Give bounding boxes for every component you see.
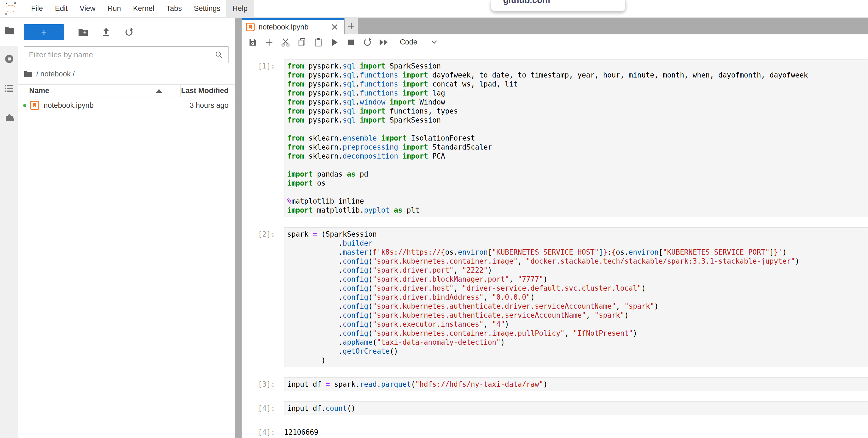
notebook-toolbar: Code — [242, 34, 868, 50]
copy-cells-icon[interactable] — [297, 37, 307, 48]
file-row[interactable]: notebook.ipynb 3 hours ago — [18, 97, 235, 114]
tab-close-icon[interactable] — [330, 22, 340, 32]
new-folder-icon[interactable] — [75, 26, 91, 39]
menu-item-run[interactable]: Run — [101, 0, 127, 18]
output-prompt: [4]: — [258, 426, 281, 437]
paste-cells-icon[interactable] — [314, 37, 323, 48]
menu-item-settings[interactable]: Settings — [188, 0, 227, 18]
new-tab-button[interactable] — [345, 18, 358, 34]
code-cell: [2]:spark = (SparkSession .builder .mast… — [242, 227, 868, 367]
file-browser-panel: + — [18, 18, 235, 438]
column-header-last-modified[interactable]: Last Modified — [181, 87, 228, 95]
home-folder-icon[interactable] — [24, 70, 32, 78]
run-cell-icon[interactable] — [330, 37, 339, 48]
code-cell: [4]:input_df.count() — [242, 402, 868, 415]
chevron-down-icon[interactable] — [430, 37, 439, 48]
cut-cells-icon[interactable] — [281, 37, 290, 48]
notebook-cells: [1]:from pyspark.sql import SparkSession… — [242, 50, 868, 438]
file-browser-toolbar: + — [18, 18, 235, 41]
filter-files-box — [24, 47, 228, 63]
menu-item-help[interactable]: Help — [226, 0, 254, 18]
menu-item-edit[interactable]: Edit — [49, 0, 74, 18]
tab-notebook[interactable]: notebook.ipynb — [242, 18, 344, 34]
input-prompt: [1]: — [258, 59, 281, 217]
main-area: notebook.ipynb — [242, 18, 868, 438]
save-icon[interactable] — [248, 37, 257, 48]
tab-bar: notebook.ipynb — [242, 18, 868, 34]
stop-kernel-icon[interactable] — [346, 37, 355, 48]
file-browser-icon[interactable] — [0, 22, 18, 38]
column-divider — [180, 85, 181, 97]
running-kernels-icon[interactable] — [0, 51, 18, 67]
breadcrumb-path: / notebook / — [36, 70, 75, 78]
file-list-header: Name Last Modified — [18, 84, 235, 97]
dialog-text: github.com — [503, 0, 550, 5]
new-launcher-button[interactable]: + — [24, 24, 64, 40]
extensions-icon[interactable] — [0, 109, 18, 125]
code-cell: [1]:from pyspark.sql import SparkSession… — [242, 59, 868, 217]
cell-editor[interactable]: spark = (SparkSession .builder .master(f… — [284, 227, 868, 367]
restart-run-all-icon[interactable] — [379, 37, 388, 48]
cell-editor[interactable]: input_df = spark.read.parquet("hdfs://hd… — [284, 377, 868, 391]
upload-icon[interactable] — [98, 26, 114, 39]
notebook-file-icon — [30, 101, 39, 110]
app-shell: + — [0, 18, 868, 438]
kernel-running-dot — [23, 104, 26, 107]
tab-label: notebook.ipynb — [258, 23, 308, 31]
input-prompt: [4]: — [258, 402, 281, 415]
table-of-contents-icon[interactable] — [0, 80, 18, 97]
menu-item-file[interactable]: File — [25, 0, 49, 18]
refresh-icon[interactable] — [121, 26, 136, 39]
activity-bar — [0, 18, 18, 438]
menu-item-tabs[interactable]: Tabs — [160, 0, 188, 18]
breadcrumb[interactable]: / notebook / — [24, 70, 235, 78]
truncated-dialog: github.com — [491, 0, 626, 11]
menu-item-kernel[interactable]: Kernel — [127, 0, 160, 18]
sort-ascending-icon — [156, 89, 162, 93]
restart-kernel-icon[interactable] — [363, 37, 372, 48]
file-last-modified: 3 hours ago — [189, 101, 228, 110]
panel-splitter[interactable] — [235, 18, 242, 438]
input-prompt: [3]: — [258, 377, 281, 391]
output-area: [4]:12106669 — [242, 426, 868, 437]
search-icon — [215, 51, 223, 59]
column-header-name[interactable]: Name — [29, 87, 49, 95]
plus-icon — [347, 22, 355, 30]
add-cell-icon[interactable] — [265, 37, 274, 48]
jupyter-logo — [4, 1, 17, 16]
input-prompt: [2]: — [258, 227, 281, 367]
code-cell: [3]:input_df = spark.read.parquet("hdfs:… — [242, 377, 868, 391]
menu-item-view[interactable]: View — [74, 0, 101, 18]
cell-editor[interactable]: input_df.count() — [284, 402, 868, 415]
file-name: notebook.ipynb — [43, 101, 94, 110]
cell-editor[interactable]: from pyspark.sql import SparkSessionfrom… — [284, 59, 868, 217]
cell-type-dropdown[interactable]: Code — [400, 38, 417, 47]
filter-files-input[interactable] — [29, 51, 215, 59]
notebook-tab-icon — [246, 23, 255, 31]
output-text: 12106669 — [284, 426, 318, 437]
menu-bar: File Edit View Run Kernel Tabs Settings … — [0, 0, 868, 18]
